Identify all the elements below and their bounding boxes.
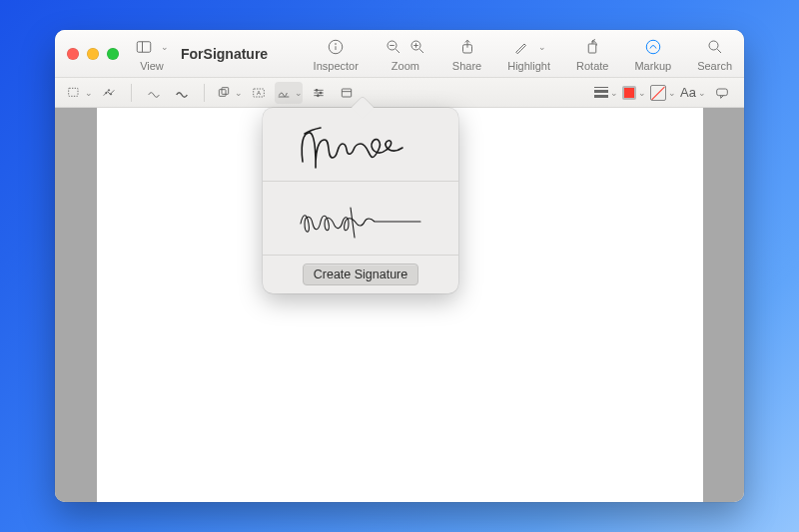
svg-point-32 (317, 94, 319, 96)
sign-tool[interactable]: ⌄ (275, 82, 303, 104)
window-controls (67, 48, 119, 60)
svg-point-30 (316, 89, 318, 91)
svg-rect-33 (342, 89, 351, 97)
svg-rect-14 (588, 44, 596, 53)
svg-rect-22 (219, 89, 226, 96)
chevron-down-icon: ⌄ (638, 88, 646, 98)
inspector-button[interactable]: Inspector (314, 36, 359, 72)
highlight-button[interactable]: ⌄ Highlight (507, 36, 550, 72)
svg-line-17 (717, 49, 721, 53)
svg-text:A: A (257, 90, 261, 96)
highlight-label: Highlight (507, 60, 550, 72)
rotate-button[interactable]: Rotate (576, 36, 608, 72)
share-button[interactable]: Share (452, 36, 481, 72)
svg-line-6 (396, 49, 400, 53)
share-label: Share (452, 60, 481, 72)
sidebar-icon (135, 38, 153, 56)
adjust-color-tool[interactable] (307, 82, 331, 104)
text-style-tool[interactable]: Aa⌄ (680, 82, 706, 104)
no-fill-icon (650, 85, 666, 101)
search-button[interactable]: Search (697, 36, 732, 72)
inspector-label: Inspector (314, 60, 359, 72)
draw-tool[interactable] (170, 82, 194, 104)
signature-option-1[interactable] (263, 108, 458, 182)
close-window-button[interactable] (67, 48, 79, 60)
text-tool[interactable]: A (247, 82, 271, 104)
document-title: ForSignature (181, 46, 268, 62)
selection-tool[interactable]: ⌄ (65, 82, 93, 104)
create-signature-button[interactable]: Create Signature (303, 264, 419, 285)
chevron-down-icon: ⌄ (85, 88, 93, 98)
svg-rect-0 (137, 41, 151, 52)
zoom-label: Zoom (392, 60, 419, 72)
text-style-label: Aa (680, 85, 696, 100)
chevron-down-icon: ⌄ (538, 42, 546, 52)
line-style-tool[interactable]: ⌄ (594, 82, 618, 104)
color-swatch-icon (622, 86, 636, 100)
zoom-in-icon[interactable] (408, 38, 426, 56)
fullscreen-window-button[interactable] (107, 48, 119, 60)
svg-point-16 (709, 41, 718, 50)
svg-point-4 (336, 43, 337, 44)
rotate-icon (583, 38, 601, 56)
svg-line-9 (419, 49, 423, 53)
chevron-down-icon: ⌄ (295, 88, 303, 98)
svg-point-31 (320, 92, 322, 94)
chevron-down-icon: ⌄ (698, 88, 706, 98)
info-icon (327, 38, 345, 56)
instant-alpha-tool[interactable] (97, 82, 121, 104)
search-label: Search (697, 60, 732, 72)
minimize-window-button[interactable] (87, 48, 99, 60)
markup-label: Markup (634, 60, 671, 72)
view-label: View (140, 60, 164, 72)
search-icon (706, 38, 724, 56)
svg-point-15 (646, 40, 660, 54)
zoom-out-icon[interactable] (385, 38, 402, 56)
crop-tool[interactable] (335, 82, 359, 104)
zoom-controls: Zoom (385, 36, 426, 72)
markup-toolbar: ⌄ ⌄ A ⌄ ⌄ ⌄ (55, 78, 744, 108)
chevron-down-icon: ⌄ (235, 88, 243, 98)
titlebar: ⌄ View ForSignature Inspector Zoom (55, 30, 744, 78)
signature-preview-icon (291, 120, 430, 170)
highlighter-icon (512, 38, 530, 56)
annotate-tool[interactable] (710, 82, 734, 104)
lines-icon (594, 87, 608, 99)
signature-popover-footer: Create Signature (263, 256, 458, 293)
view-menu[interactable]: ⌄ View (135, 36, 169, 72)
signature-popover: Create Signature (263, 108, 458, 293)
svg-point-20 (108, 89, 109, 90)
chevron-down-icon: ⌄ (610, 88, 618, 98)
shapes-tool[interactable]: ⌄ (215, 82, 243, 104)
separator (131, 84, 132, 102)
svg-rect-18 (69, 88, 78, 96)
svg-rect-35 (717, 89, 728, 96)
chevron-down-icon: ⌄ (668, 88, 676, 98)
share-icon (458, 38, 476, 56)
separator (204, 84, 205, 102)
chevron-down-icon: ⌄ (161, 42, 169, 52)
markup-icon (644, 38, 662, 56)
markup-button[interactable]: Markup (634, 36, 671, 72)
signature-preview-icon (291, 194, 430, 244)
border-color-tool[interactable]: ⌄ (622, 82, 646, 104)
svg-rect-23 (222, 87, 229, 94)
rotate-label: Rotate (576, 60, 608, 72)
signature-option-2[interactable] (263, 182, 458, 256)
fill-color-tool[interactable]: ⌄ (650, 82, 676, 104)
sketch-tool[interactable] (142, 82, 166, 104)
